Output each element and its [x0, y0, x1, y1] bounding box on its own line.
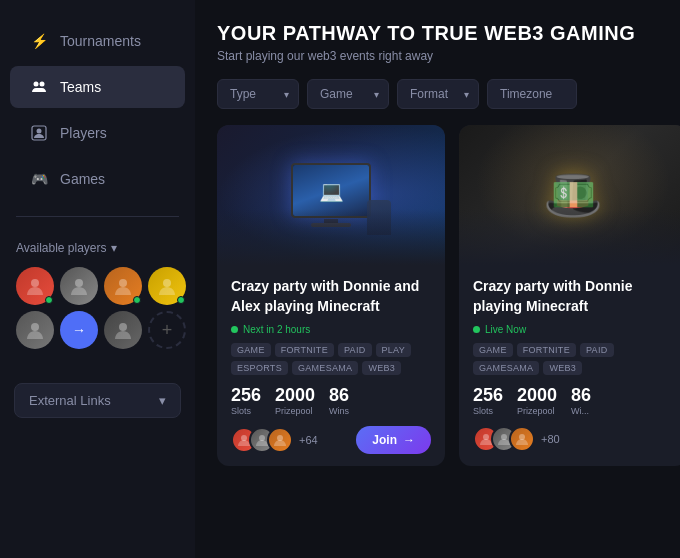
- avatar-count-2: +80: [541, 433, 560, 445]
- card-2-avatars: +80: [473, 426, 560, 452]
- sidebar-item-games[interactable]: 🎮 Games: [10, 158, 185, 200]
- card-1-footer: +64 Join →: [231, 426, 431, 454]
- player-status-1: [45, 296, 53, 304]
- card-2-status: Live Now: [473, 324, 673, 335]
- tag: ESPORTS: [231, 361, 288, 375]
- player-avatar-4[interactable]: [148, 267, 186, 305]
- status-text-2: Live Now: [485, 324, 526, 335]
- stat-wins-2: 86 Wi...: [571, 385, 591, 416]
- card-2-stats: 256 Slots 2000 Prizepool 86 Wi...: [473, 385, 673, 416]
- external-links-label: External Links: [29, 393, 111, 408]
- sidebar-divider: [16, 216, 179, 217]
- svg-point-8: [31, 323, 39, 331]
- avatar-mini: [267, 427, 293, 453]
- card-2-body: Crazy party with Donnie playing Minecraf…: [459, 265, 680, 464]
- status-dot-2: [473, 326, 480, 333]
- sidebar-item-tournaments[interactable]: ⚡ Tournaments: [10, 20, 185, 62]
- tag: GAMESAMA: [292, 361, 358, 375]
- sidebar-label-teams: Teams: [60, 79, 101, 95]
- tournaments-icon: ⚡: [30, 32, 48, 50]
- card-1-status: Next in 2 hours: [231, 324, 431, 335]
- stat-prizepool-2: 2000 Prizepool: [517, 385, 557, 416]
- players-icon: [30, 124, 48, 142]
- sidebar-label-players: Players: [60, 125, 107, 141]
- add-player-button[interactable]: +: [148, 311, 186, 349]
- svg-point-9: [119, 323, 127, 331]
- main-content: YOUR PATHWAY TO TRUE WEB3 GAMING Start p…: [195, 0, 680, 558]
- page-title: YOUR PATHWAY TO TRUE WEB3 GAMING: [217, 22, 658, 45]
- player-avatar-5[interactable]: [16, 311, 54, 349]
- player-avatar-3[interactable]: [104, 267, 142, 305]
- avatar-count-1: +64: [299, 434, 318, 446]
- card-1-title: Crazy party with Donnie and Alex playing…: [231, 277, 431, 316]
- external-links-dropdown[interactable]: External Links ▾: [14, 383, 181, 418]
- teams-icon: [30, 78, 48, 96]
- svg-point-7: [163, 279, 171, 287]
- players-grid: → +: [16, 267, 179, 349]
- stat-slots: 256 Slots: [231, 385, 261, 416]
- page-subtitle: Start playing our web3 events right away: [217, 49, 658, 63]
- stat-wins: 86 Wins: [329, 385, 349, 416]
- type-filter[interactable]: Type: [217, 79, 299, 109]
- format-filter-wrap[interactable]: Format: [397, 79, 479, 109]
- status-dot-1: [231, 326, 238, 333]
- svg-point-1: [40, 82, 45, 87]
- card-2-title: Crazy party with Donnie playing Minecraf…: [473, 277, 673, 316]
- type-filter-wrap[interactable]: Type: [217, 79, 299, 109]
- svg-point-3: [37, 129, 42, 134]
- filter-row: Type Game Format Timezone: [217, 79, 658, 109]
- stat-prizepool: 2000 Prizepool: [275, 385, 315, 416]
- card-2-image: 🎩 💵: [459, 125, 680, 265]
- card-1-body: Crazy party with Donnie and Alex playing…: [217, 265, 445, 466]
- sidebar-item-teams[interactable]: Teams: [10, 66, 185, 108]
- available-players-label[interactable]: Available players ▾: [16, 241, 179, 255]
- svg-point-5: [75, 279, 83, 287]
- card-1-image: 💻: [217, 125, 445, 265]
- chevron-down-icon: ▾: [159, 393, 166, 408]
- tag: WEB3: [362, 361, 401, 375]
- games-icon: 🎮: [30, 170, 48, 188]
- tag: GAME: [231, 343, 271, 357]
- arrow-right-icon: →: [403, 433, 415, 447]
- card-2-footer: +80: [473, 426, 673, 452]
- player-avatar-2[interactable]: [60, 267, 98, 305]
- game-filter-wrap[interactable]: Game: [307, 79, 389, 109]
- sidebar-item-players[interactable]: Players: [10, 112, 185, 154]
- card-2-tags: GAME FORTNITE PAID GAMESAMA WEB3: [473, 343, 673, 375]
- game-filter[interactable]: Game: [307, 79, 389, 109]
- svg-point-0: [34, 82, 39, 87]
- tag: FORTNITE: [275, 343, 334, 357]
- card-2: 🎩 💵 Crazy party with Donnie playing Mine…: [459, 125, 680, 466]
- svg-point-6: [119, 279, 127, 287]
- player-avatar-1[interactable]: [16, 267, 54, 305]
- chevron-down-icon: ▾: [111, 241, 117, 255]
- player-avatar-6[interactable]: [104, 311, 142, 349]
- timezone-filter[interactable]: Timezone: [487, 79, 577, 109]
- sidebar-label-games: Games: [60, 171, 105, 187]
- svg-point-4: [31, 279, 39, 287]
- tag: FORTNITE: [517, 343, 576, 357]
- tag: PAID: [580, 343, 614, 357]
- card-1-tags: GAME FORTNITE PAID PLAY ESPORTS GAMESAMA…: [231, 343, 431, 375]
- player-navigate-button[interactable]: →: [60, 311, 98, 349]
- join-button-1[interactable]: Join →: [356, 426, 431, 454]
- player-status-4: [177, 296, 185, 304]
- cards-row: 💻 Crazy party with Donnie and Alex playi…: [217, 125, 658, 466]
- available-players-section: Available players ▾: [0, 231, 195, 365]
- player-status-3: [133, 296, 141, 304]
- stat-slots-2: 256 Slots: [473, 385, 503, 416]
- avatar-mini: [509, 426, 535, 452]
- sidebar-label-tournaments: Tournaments: [60, 33, 141, 49]
- tag: WEB3: [543, 361, 582, 375]
- tag: PAID: [338, 343, 372, 357]
- card-1-avatars: +64: [231, 427, 318, 453]
- format-filter[interactable]: Format: [397, 79, 479, 109]
- tag: PLAY: [376, 343, 412, 357]
- tag: GAME: [473, 343, 513, 357]
- card-1-stats: 256 Slots 2000 Prizepool 86 Wins: [231, 385, 431, 416]
- card-1: 💻 Crazy party with Donnie and Alex playi…: [217, 125, 445, 466]
- tag: GAMESAMA: [473, 361, 539, 375]
- status-text-1: Next in 2 hours: [243, 324, 310, 335]
- sidebar: ⚡ Tournaments Teams Players 🎮 Games A: [0, 0, 195, 558]
